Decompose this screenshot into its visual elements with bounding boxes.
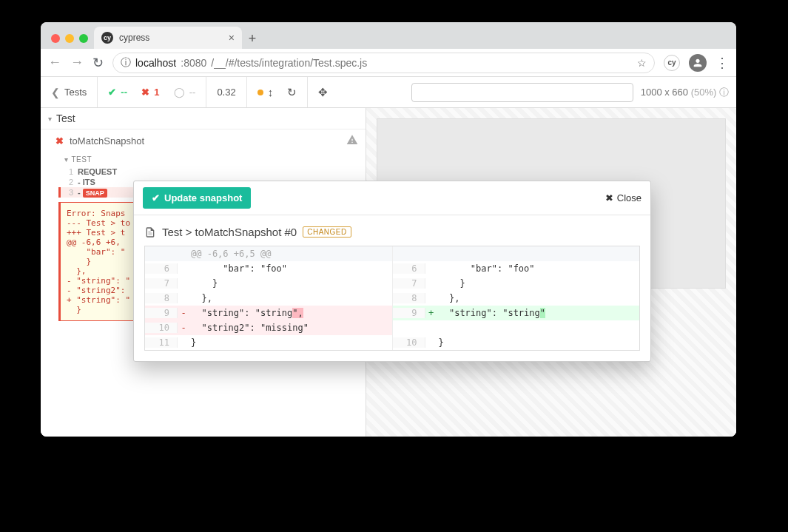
info-icon[interactable]: ⓘ — [719, 87, 729, 98]
tab-title: cypress — [119, 33, 149, 43]
command-name: REQUEST — [78, 167, 117, 176]
diff-line: 10} — [393, 335, 640, 350]
new-tab-button[interactable]: + — [242, 28, 263, 49]
diff-line: 8 }, — [393, 291, 640, 306]
forward-button[interactable]: → — [70, 55, 84, 70]
suite-name: Test — [56, 112, 75, 124]
viewport-dimensions: 1000 x 660 — [641, 87, 688, 98]
close-window-button[interactable] — [51, 34, 60, 43]
pending-count: -- — [189, 87, 196, 98]
viewport-scale: (50%) — [691, 87, 717, 98]
diff-line: 6 "bar": "foo" — [393, 261, 640, 276]
run-controls: ↕ ↻ — [247, 77, 309, 107]
suite-header[interactable]: ▾ Test — [41, 108, 366, 129]
file-icon — [144, 226, 156, 238]
duration-value: 0.32 — [217, 87, 235, 98]
command-section: ▾ TEST — [64, 152, 366, 166]
command-name: - ITS — [78, 178, 95, 186]
tests-label: Tests — [64, 87, 87, 98]
selector-playground-button[interactable]: ✥ — [318, 86, 328, 99]
viewport-controls: 1000 x 660 (50%) ⓘ — [404, 77, 736, 107]
command-number: 2 — [64, 178, 78, 186]
browser-menu-button[interactable]: ⋮ — [715, 56, 729, 70]
bookmark-star-icon[interactable]: ☆ — [637, 57, 647, 69]
duration: 0.32 — [206, 77, 246, 107]
close-modal-button[interactable]: ✖ Close — [605, 192, 641, 203]
chevron-left-icon: ❮ — [51, 87, 60, 98]
snapshot-badge: SNAP — [83, 189, 107, 198]
url-host: localhost — [135, 57, 176, 69]
caret-down-icon: ▾ — [64, 155, 69, 164]
fail-icon: ✖ — [55, 135, 64, 147]
profile-button[interactable] — [689, 54, 707, 72]
url-path: /__/#/tests/integration/Test.spec.js — [211, 57, 367, 69]
pass-count: -- — [121, 87, 127, 98]
snapshot-diff-modal: ✔ Update snapshot ✖ Close Test > toMatch… — [133, 181, 651, 362]
diff-line: 7 } — [145, 276, 392, 291]
site-info-icon[interactable]: ⓘ — [121, 56, 131, 70]
pending-icon: ◯ — [174, 87, 185, 98]
url-input[interactable]: ⓘ localhost:8080/__/#/tests/integration/… — [112, 53, 655, 73]
test-row[interactable]: ✖ toMatchSnapshot — [41, 129, 366, 152]
modal-title-row: Test > toMatchSnapshot #0 CHANGED — [134, 215, 650, 246]
address-bar: ← → ↻ ⓘ localhost:8080/__/#/tests/integr… — [41, 49, 736, 77]
changed-badge: CHANGED — [303, 226, 351, 238]
test-name: toMatchSnapshot — [70, 135, 144, 147]
rerun-button[interactable]: ↻ — [287, 86, 297, 99]
diff-old: @@ -6,6 +6,5 @@6 "bar": "foo"7 }8 },9- "… — [145, 246, 393, 350]
command-number: 1 — [64, 167, 78, 176]
section-label: TEST — [72, 155, 92, 164]
warning-icon — [346, 134, 358, 148]
pass-icon: ✔ — [108, 87, 116, 98]
diff-line — [393, 320, 640, 335]
diff-line — [393, 246, 640, 261]
command-number: 3 — [64, 188, 78, 197]
url-port: :8080 — [181, 57, 206, 69]
diff-line: 8 }, — [145, 291, 392, 306]
status-dot-icon — [257, 90, 263, 95]
close-icon: ✖ — [605, 192, 613, 203]
auto-scroll-icon[interactable]: ↕ — [268, 86, 274, 98]
diff-line: @@ -6,6 +6,5 @@ — [145, 246, 392, 261]
check-icon: ✔ — [152, 192, 160, 203]
diff-line: 6 "bar": "foo" — [145, 261, 392, 276]
maximize-window-button[interactable] — [79, 34, 88, 43]
command-name: - SNAP — [78, 188, 107, 197]
update-label: Update snapshot — [164, 192, 242, 203]
tab-strip: cy cypress × + — [41, 22, 736, 49]
cypress-toolbar: ❮ Tests ✔ -- ✖ 1 ◯ -- 0.32 ↕ ↻ ✥ — [41, 77, 736, 108]
diff-new: 6 "bar": "foo"7 }8 },9+ "string": "strin… — [393, 246, 640, 350]
window-controls — [47, 34, 94, 49]
diff-line: 11} — [145, 335, 392, 350]
back-to-tests-button[interactable]: ❮ Tests — [41, 77, 98, 107]
diff-line: 9+ "string": "string" — [393, 306, 640, 320]
reload-button[interactable]: ↻ — [92, 55, 104, 71]
diff-line: 9- "string": "string", — [145, 306, 392, 320]
command-row[interactable]: 1 REQUEST — [64, 166, 366, 177]
diff-line: 10- "string2": "missing" — [145, 320, 392, 335]
update-snapshot-button[interactable]: ✔ Update snapshot — [143, 187, 251, 209]
fail-count: 1 — [154, 87, 159, 98]
close-tab-icon[interactable]: × — [229, 32, 235, 44]
browser-tab[interactable]: cy cypress × — [94, 27, 242, 49]
back-button[interactable]: ← — [48, 55, 61, 70]
diff-line: 7 } — [393, 276, 640, 291]
minimize-window-button[interactable] — [65, 34, 74, 43]
modal-title: Test > toMatchSnapshot #0 — [162, 226, 297, 238]
test-stats: ✔ -- ✖ 1 ◯ -- — [98, 77, 206, 107]
caret-down-icon: ▾ — [48, 115, 52, 123]
diff-view: @@ -6,6 +6,5 @@6 "bar": "foo"7 }8 },9- "… — [144, 246, 640, 351]
modal-toolbar: ✔ Update snapshot ✖ Close — [134, 181, 650, 215]
close-label: Close — [617, 192, 641, 203]
cypress-extension-icon[interactable]: cy — [664, 55, 680, 71]
fail-icon: ✖ — [141, 87, 149, 98]
cypress-favicon: cy — [101, 32, 113, 44]
app-url-input[interactable] — [411, 83, 633, 102]
